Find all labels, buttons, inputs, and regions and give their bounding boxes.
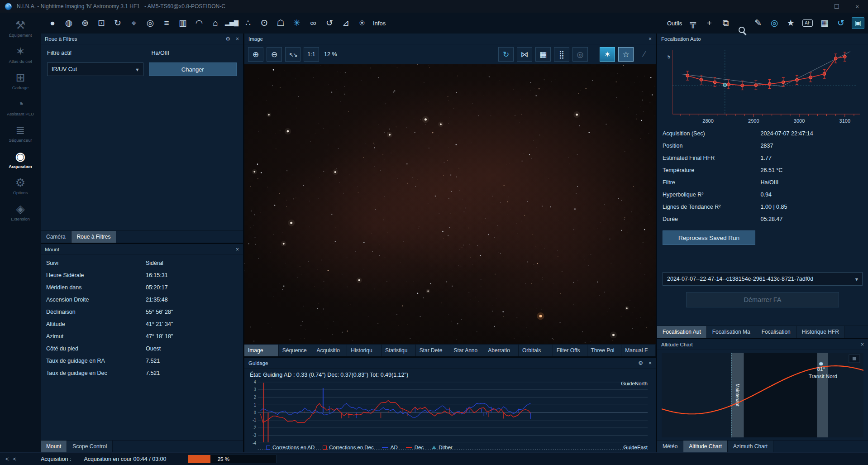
dome-icon[interactable]: ▥ — [175, 16, 191, 30]
rotator-icon[interactable]: ↻ — [110, 16, 126, 30]
shutter-icon[interactable]: ◍ — [61, 16, 77, 30]
tab-focalisation-auto[interactable]: Focalisation Aut — [657, 326, 707, 338]
tab-statistique[interactable]: Statistiqu — [382, 345, 416, 356]
filter-stack-icon[interactable]: ∞ — [305, 16, 321, 30]
sidebar-item-cadrage[interactable]: ⊞ Cadrage — [0, 68, 41, 94]
flat-panel-icon[interactable]: ⌂ — [207, 16, 224, 30]
star-detection-toggle-icon[interactable]: ☆ — [618, 47, 634, 62]
close-icon[interactable]: × — [236, 246, 239, 253]
device-icons: ●◍⊛⊡↻⌖◎≡▥◠⌂▂▅▇∴ʘ☖✳∞↺⊿⍟ — [44, 16, 370, 30]
sketch-icon[interactable]: ✎ — [750, 16, 766, 30]
guider-icon[interactable]: ◎ — [142, 16, 158, 30]
safety-monitor-icon[interactable]: ☖ — [272, 16, 289, 30]
polar-alignment-icon[interactable]: ⊿ — [338, 16, 354, 30]
sidebar-item-extension[interactable]: ◈ Extension — [0, 199, 41, 225]
tab-sequence[interactable]: Séquence — [279, 345, 313, 356]
tab-historique[interactable]: Historiqu — [347, 345, 382, 356]
history-icon[interactable]: ↺ — [833, 16, 849, 30]
saved-run-select[interactable]: 2024-07-07--22-47-14--c138154e-2961-413c… — [663, 272, 863, 286]
loop-icon[interactable]: ↺ — [321, 16, 338, 30]
sidebar: ⚒ Équipement ✶ Atlas du ciel ⊞ Cadrage ◔… — [0, 13, 41, 452]
sidebar-item-sequenceur[interactable]: ≣ Séquenceur — [0, 120, 41, 147]
sidebar-item-options[interactable]: ⚙ Options — [0, 173, 41, 199]
tab-star-detection[interactable]: Star Dete — [416, 345, 450, 356]
sidebar-item-assistant-plu[interactable]: ◔ Assistant PLU — [0, 94, 41, 120]
close-icon[interactable]: × — [236, 36, 239, 42]
sidebar-item-acquisition[interactable]: ◉ Acquisition — [0, 147, 41, 173]
tab-mount[interactable]: Mount — [41, 441, 67, 452]
tab-filter-offsets[interactable]: Filter Offs — [553, 345, 587, 356]
tab-aberration[interactable]: Aberratio — [484, 345, 519, 356]
captured-image[interactable] — [244, 64, 656, 344]
reprocess-saved-run-button[interactable]: Reprocess Saved Run — [663, 230, 755, 245]
close-icon[interactable]: × — [649, 360, 652, 366]
tab-altitude-chart[interactable]: Altitude Chart — [683, 441, 728, 452]
tab-focalisation[interactable]: Focalisation — [756, 326, 796, 338]
row-label: Hyperbolique R² — [663, 192, 761, 198]
star-icon[interactable]: ★ — [782, 16, 799, 30]
close-button[interactable]: × — [855, 3, 859, 10]
row-label: Méridien dans — [46, 284, 146, 291]
camera-icon[interactable]: ● — [44, 16, 61, 30]
switch-icon[interactable]: ≡ — [158, 16, 175, 30]
filter-select[interactable]: IR/UV Cut ▾ — [47, 62, 143, 76]
tab-meteo[interactable]: Météo — [657, 441, 683, 452]
tab-azimuth-chart[interactable]: Azimuth Chart — [728, 441, 773, 452]
flip-icon[interactable]: ⋈ — [517, 47, 532, 62]
close-icon[interactable]: × — [649, 36, 652, 42]
sidebar-item-atlas[interactable]: ✶ Atlas du ciel — [0, 42, 41, 68]
tab-focalisation-manuelle[interactable]: Focalisation Ma — [707, 326, 756, 338]
tab-three-point[interactable]: Three Poi — [587, 345, 622, 356]
telescope-icon[interactable]: ⌖ — [126, 16, 142, 30]
row-value: 2024-07-07 22:47:14 — [761, 130, 813, 137]
rotate-icon[interactable]: ↻ — [498, 47, 514, 62]
layout-icon[interactable]: ▣ — [852, 17, 864, 29]
filter-wheel-icon[interactable]: ⊛ — [77, 16, 93, 30]
maximize-button[interactable]: ☐ — [834, 3, 839, 10]
af-icon[interactable]: AF — [802, 19, 813, 27]
crosshair-icon[interactable]: ◎ — [572, 47, 588, 62]
flat-device-icon[interactable]: ʘ — [256, 16, 272, 30]
tab-scope-control[interactable]: Scope Control — [67, 441, 113, 452]
collapse-sidebar-button[interactable]: < < — [0, 456, 41, 462]
dither-pattern-icon[interactable]: ⣿ — [554, 47, 569, 62]
target-icon[interactable]: ◎ — [766, 16, 782, 30]
mount-row: Azimut 47° 18' 18" — [41, 330, 243, 342]
start-autofocus-button[interactable]: Démarrer FA — [686, 292, 839, 307]
auto-stretch-wand-icon[interactable]: ✶ — [600, 47, 615, 62]
tab-manual-focus[interactable]: Manual F — [621, 345, 656, 356]
gear-icon[interactable]: ⚙ — [638, 360, 643, 366]
minimize-button[interactable]: — — [812, 3, 818, 10]
zoom-out-icon[interactable]: ⊖ — [267, 47, 282, 62]
row-value: 05:20:17 — [146, 284, 168, 291]
weather-icon[interactable]: ◠ — [191, 16, 207, 30]
platesolve-line-icon[interactable]: ∕ — [637, 47, 652, 62]
nav-icon: ⊞ — [16, 72, 25, 84]
tab-orbitals[interactable]: Orbitals — [519, 345, 553, 356]
tab-star-annotation[interactable]: Star Anno — [450, 345, 485, 356]
tab-image[interactable]: Image — [244, 345, 279, 356]
focuser-icon[interactable]: ⊡ — [93, 16, 110, 30]
frame-icon[interactable]: ▦ — [816, 16, 833, 30]
tab-acquisition[interactable]: Acquisitio — [313, 345, 348, 356]
zoom-one-to-one-button[interactable]: 1:1 — [304, 47, 319, 62]
infos-label[interactable]: Infos — [373, 20, 386, 27]
gear-icon[interactable]: ⚙ — [225, 36, 230, 42]
plugin-icon[interactable]: ╦ — [685, 16, 701, 30]
grid-icon[interactable]: ▦ — [535, 47, 551, 62]
tab-historique-hfr[interactable]: Historique HFR — [796, 326, 845, 338]
wheel-icon[interactable]: ⍟ — [354, 16, 370, 30]
sidebar-item-equipement[interactable]: ⚒ Équipement — [0, 15, 41, 42]
layers-icon[interactable]: ⧉ — [717, 16, 734, 30]
plus-icon[interactable]: + — [701, 16, 717, 30]
tab-camera[interactable]: Caméra — [41, 231, 72, 243]
zoom-fit-icon[interactable]: ↖↘ — [285, 47, 300, 62]
star-detection-icon[interactable]: ∴ — [240, 16, 256, 30]
tab-roue-a-filtres[interactable]: Roue à Filtres — [72, 231, 117, 243]
filter-panel-tabs: CaméraRoue à Filtres — [41, 230, 243, 243]
change-filter-button[interactable]: Changer — [149, 62, 237, 76]
zoom-in-icon[interactable]: ⊕ — [248, 47, 263, 62]
histogram-icon[interactable]: ▂▅▇ — [224, 16, 240, 30]
close-icon[interactable]: × — [861, 341, 864, 348]
cooler-icon[interactable]: ✳ — [289, 16, 305, 30]
